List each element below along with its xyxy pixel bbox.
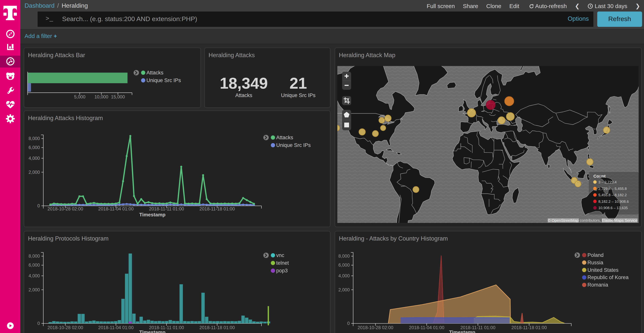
svg-text:6,000: 6,000 — [28, 263, 40, 268]
svg-text:0: 0 — [38, 321, 40, 326]
svg-text:6,000: 6,000 — [338, 263, 350, 268]
svg-text:3 – 2,729.4: 3 – 2,729.4 — [598, 180, 617, 184]
svg-text:8,000: 8,000 — [338, 254, 350, 259]
svg-text:2018-11-04 01:00: 2018-11-04 01:00 — [409, 325, 444, 330]
svg-text:0: 0 — [38, 203, 40, 208]
svg-text:Attacks: Attacks — [146, 70, 164, 76]
svg-text:2018-10-28 02:00: 2018-10-28 02:00 — [48, 206, 83, 211]
svg-text:2018-11-04 01:00: 2018-11-04 01:00 — [98, 206, 134, 211]
svg-text:2018-11-11 01:00: 2018-11-11 01:00 — [149, 206, 184, 211]
svg-text:Republic of Korea: Republic of Korea — [588, 274, 629, 280]
svg-text:pop3: pop3 — [276, 268, 288, 273]
svg-text:6,000: 6,000 — [28, 145, 40, 150]
svg-text:Unique Src IPs: Unique Src IPs — [146, 78, 181, 83]
svg-text:5,000: 5,000 — [74, 94, 85, 99]
svg-text:2,000: 2,000 — [28, 287, 40, 292]
svg-text:Attacks: Attacks — [276, 135, 293, 140]
svg-text:2,000: 2,000 — [28, 170, 40, 175]
svg-text:2,729.4 – 5,455.8: 2,729.4 – 5,455.8 — [598, 187, 627, 191]
svg-text:2018-10-28 02:00: 2018-10-28 02:00 — [48, 325, 83, 330]
svg-text:Russia: Russia — [588, 260, 604, 265]
svg-text:5,455.8 – 8,182.2: 5,455.8 – 8,182.2 — [598, 193, 627, 197]
svg-text:United States: United States — [588, 267, 618, 273]
svg-text:Timestamp: Timestamp — [139, 329, 166, 333]
svg-text:8,000: 8,000 — [28, 254, 40, 259]
svg-text:Unique Src IPs: Unique Src IPs — [276, 142, 311, 148]
svg-text:2,000: 2,000 — [338, 287, 350, 292]
svg-text:vnc: vnc — [276, 252, 284, 258]
svg-text:4,000: 4,000 — [28, 156, 40, 161]
svg-text:4,000: 4,000 — [28, 273, 40, 278]
svg-text:Timestamp: Timestamp — [139, 212, 166, 217]
svg-text:2018-10-28 02:00: 2018-10-28 02:00 — [358, 325, 393, 330]
svg-text:Count: Count — [594, 174, 606, 179]
svg-text:10,908.6 – 13,635: 10,908.6 – 13,635 — [598, 206, 628, 210]
svg-text:2018-11-18 01:00: 2018-11-18 01:00 — [511, 325, 547, 330]
svg-text:telnet: telnet — [276, 260, 289, 266]
svg-text:8,182.2 – 10,908.6: 8,182.2 – 10,908.6 — [598, 199, 629, 203]
svg-text:10,000: 10,000 — [94, 94, 108, 99]
svg-text:8,000: 8,000 — [28, 136, 40, 141]
svg-text:4,000: 4,000 — [338, 273, 350, 278]
svg-text:Romania: Romania — [588, 282, 608, 288]
svg-text:2018-11-04 01:00: 2018-11-04 01:00 — [98, 325, 134, 330]
svg-text:2018-11-18 01:00: 2018-11-18 01:00 — [200, 325, 235, 330]
svg-text:2018-11-18 01:00: 2018-11-18 01:00 — [200, 206, 235, 211]
svg-text:Poland: Poland — [588, 252, 604, 258]
svg-text:0: 0 — [347, 321, 350, 326]
svg-text:15,000: 15,000 — [111, 94, 125, 99]
svg-text:Timestamp: Timestamp — [449, 329, 475, 333]
